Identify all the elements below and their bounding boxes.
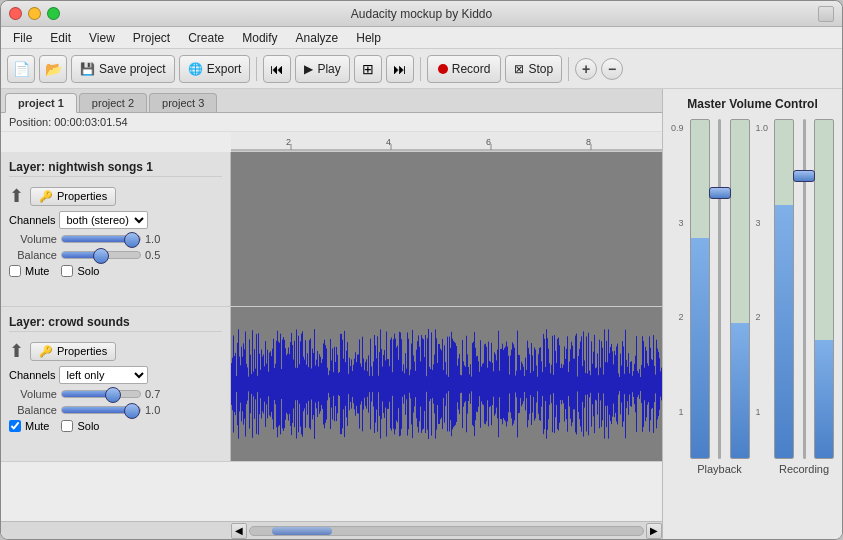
play-label: Play bbox=[317, 62, 340, 76]
track1-balance-label: Balance bbox=[9, 249, 57, 261]
track2-volume-value: 0.7 bbox=[145, 388, 173, 400]
track1-solo-label[interactable]: Solo bbox=[61, 265, 99, 277]
new-button[interactable]: 📄 bbox=[7, 55, 35, 83]
track1-mute-checkbox[interactable] bbox=[9, 265, 21, 277]
master-volume-panel: Master Volume Control 0.9 3 2 1 bbox=[662, 89, 842, 539]
playback-slider-thumb[interactable] bbox=[709, 187, 731, 199]
playback-slider[interactable] bbox=[712, 119, 728, 459]
scale-r-3: 3 bbox=[756, 218, 769, 228]
menu-project[interactable]: Project bbox=[125, 29, 178, 47]
scroll-thumb[interactable] bbox=[272, 527, 332, 535]
track1-channel-row: Channels both (stereo) left only right o… bbox=[9, 211, 222, 229]
track-area: project 1 project 2 project 3 Position: … bbox=[1, 89, 662, 539]
track2-mute-checkbox[interactable] bbox=[9, 420, 21, 432]
track1-balance-row: Balance 0.5 bbox=[9, 249, 222, 261]
tab-project3[interactable]: project 3 bbox=[149, 93, 217, 112]
minimize-button[interactable] bbox=[28, 7, 41, 20]
track2-properties-button[interactable]: 🔑 Properties bbox=[30, 342, 116, 361]
record-button[interactable]: Record bbox=[427, 55, 502, 83]
track2-checkbox-row: Mute Solo bbox=[9, 420, 222, 432]
track2-balance-thumb[interactable] bbox=[124, 403, 140, 419]
track1-arrow-icon[interactable]: ⬆ bbox=[9, 185, 24, 207]
track2-mute-label[interactable]: Mute bbox=[9, 420, 49, 432]
track1-balance-slider[interactable] bbox=[61, 251, 141, 259]
menu-edit[interactable]: Edit bbox=[42, 29, 79, 47]
menu-help[interactable]: Help bbox=[348, 29, 389, 47]
track2-solo-label[interactable]: Solo bbox=[61, 420, 99, 432]
tab-project1[interactable]: project 1 bbox=[5, 93, 77, 113]
track1-mute-text: Mute bbox=[25, 265, 49, 277]
menu-create[interactable]: Create bbox=[180, 29, 232, 47]
track1-volume-value: 1.0 bbox=[145, 233, 173, 245]
track2-arrow-icon[interactable]: ⬆ bbox=[9, 340, 24, 362]
playback-slider-track bbox=[718, 119, 721, 459]
track1-mute-label[interactable]: Mute bbox=[9, 265, 49, 277]
track2-balance-slider[interactable] bbox=[61, 406, 141, 414]
loop-button[interactable]: ⊞ bbox=[354, 55, 382, 83]
track1-waveform-svg bbox=[231, 152, 662, 306]
position-display: Position: 00:00:03:01.54 bbox=[1, 113, 662, 132]
export-icon: 🌐 bbox=[188, 62, 203, 76]
project-tabs: project 1 project 2 project 3 bbox=[1, 89, 662, 113]
track1-balance-thumb[interactable] bbox=[93, 248, 109, 264]
tracks-container: Layer: nightwish songs 1 ⬆ 🔑 Properties … bbox=[1, 152, 662, 521]
track2-canvas bbox=[231, 307, 662, 461]
resize-button[interactable] bbox=[818, 6, 834, 22]
fast-forward-button[interactable]: ⏭ bbox=[386, 55, 414, 83]
track1-solo-checkbox[interactable] bbox=[61, 265, 73, 277]
track2-balance-row: Balance 1.0 bbox=[9, 404, 222, 416]
stop-icon: ⊠ bbox=[514, 62, 524, 76]
track1-properties-button[interactable]: 🔑 Properties bbox=[30, 187, 116, 206]
recording-bars bbox=[774, 119, 834, 459]
track1-name: Layer: nightwish songs 1 bbox=[9, 158, 222, 177]
svg-rect-9 bbox=[231, 152, 662, 306]
ruler-content: 2 4 6 8 bbox=[231, 132, 662, 151]
open-button[interactable]: 📂 bbox=[39, 55, 67, 83]
track1-volume-thumb[interactable] bbox=[124, 232, 140, 248]
track2-channel-select[interactable]: both (stereo) left only right only bbox=[59, 366, 148, 384]
scroll-right-arrow[interactable]: ▶ bbox=[646, 523, 662, 539]
close-button[interactable] bbox=[9, 7, 22, 20]
track2-solo-checkbox[interactable] bbox=[61, 420, 73, 432]
playback-bar2 bbox=[730, 119, 750, 459]
rewind-button[interactable]: ⏮ bbox=[263, 55, 291, 83]
menu-file[interactable]: File bbox=[5, 29, 40, 47]
track2-volume-slider[interactable] bbox=[61, 390, 141, 398]
scale-09: 0.9 bbox=[671, 123, 684, 133]
track1-balance-value: 0.5 bbox=[145, 249, 173, 261]
recording-slider[interactable] bbox=[796, 119, 812, 459]
zoom-out-button[interactable]: − bbox=[601, 58, 623, 80]
stop-button[interactable]: ⊠ Stop bbox=[505, 55, 562, 83]
recording-slider-thumb[interactable] bbox=[793, 170, 815, 182]
scroll-left-arrow[interactable]: ◀ bbox=[231, 523, 247, 539]
playback-label: Playback bbox=[697, 463, 742, 475]
playback-bar1-fill bbox=[691, 238, 709, 458]
zoom-in-button[interactable]: + bbox=[575, 58, 597, 80]
recording-label: Recording bbox=[779, 463, 829, 475]
scroll-track[interactable] bbox=[249, 526, 644, 536]
menu-modify[interactable]: Modify bbox=[234, 29, 285, 47]
main-window: Audacity mockup by Kiddo File Edit View … bbox=[0, 0, 843, 540]
export-button[interactable]: 🌐 Export bbox=[179, 55, 251, 83]
play-button[interactable]: ▶ Play bbox=[295, 55, 349, 83]
save-label: Save project bbox=[99, 62, 166, 76]
save-button[interactable]: 💾 Save project bbox=[71, 55, 175, 83]
track2-volume-thumb[interactable] bbox=[105, 387, 121, 403]
tab-project2[interactable]: project 2 bbox=[79, 93, 147, 112]
track1-checkbox-row: Mute Solo bbox=[9, 265, 222, 277]
scale-2: 2 bbox=[671, 312, 684, 322]
track2-controls: Layer: crowd sounds ⬆ 🔑 Properties Chann… bbox=[1, 307, 231, 461]
playback-bar1 bbox=[690, 119, 710, 459]
track2-volume-label: Volume bbox=[9, 388, 57, 400]
menu-view[interactable]: View bbox=[81, 29, 123, 47]
track1-channel-select[interactable]: both (stereo) left only right only bbox=[59, 211, 148, 229]
playback-bar2-fill bbox=[731, 323, 749, 458]
menu-analyze[interactable]: Analyze bbox=[288, 29, 347, 47]
toolbar-separator-1 bbox=[256, 57, 257, 81]
meter-scale-right: 1.0 3 2 1 bbox=[756, 119, 769, 459]
track1-volume-label: Volume bbox=[9, 233, 57, 245]
ruler-svg: 2 4 6 8 bbox=[231, 132, 662, 152]
maximize-button[interactable] bbox=[47, 7, 60, 20]
svg-text:4: 4 bbox=[386, 137, 391, 147]
track1-volume-slider[interactable] bbox=[61, 235, 141, 243]
